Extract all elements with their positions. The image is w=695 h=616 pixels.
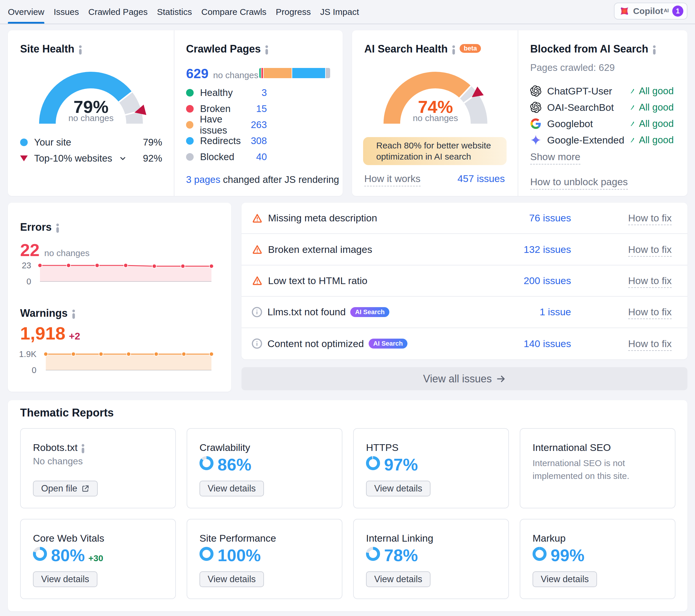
- thematic-reports-card: Thematic Reports Robots.txt No changes O…: [8, 400, 688, 611]
- errors-info-icon[interactable]: [56, 223, 60, 232]
- bot-row-chatgpt-user: ChatGPT-User All good: [530, 85, 674, 98]
- tab-crawled-pages[interactable]: Crawled Pages: [88, 0, 148, 23]
- how-to-fix-link[interactable]: How to fix: [628, 212, 672, 225]
- blocked-info-icon[interactable]: [652, 45, 656, 54]
- report-percent: 86%: [218, 455, 251, 474]
- top10-marker-icon: [20, 155, 28, 161]
- open-file-button[interactable]: Open file: [33, 481, 98, 496]
- tab-statistics[interactable]: Statistics: [157, 0, 192, 23]
- ai-search-health-title: AI Search Health: [364, 43, 448, 55]
- how-to-fix-link[interactable]: How to fix: [628, 275, 672, 288]
- copilot-label: CopilotAI: [633, 6, 669, 16]
- report-international-seo: International SEO International SEO is n…: [520, 428, 676, 508]
- how-to-fix-link[interactable]: How to fix: [628, 338, 672, 351]
- bot-status: All good: [629, 102, 674, 113]
- crawled-row-blocked: Blocked40: [186, 151, 267, 163]
- intl-seo-note: International SEO is not implemented on …: [532, 457, 664, 482]
- issue-row[interactable]: Llms.txt not found AI Search 1 issue How…: [241, 297, 688, 328]
- how-to-fix-link[interactable]: How to fix: [628, 244, 672, 257]
- ai-search-card: AI Search Healthbeta 74% no changes Reac…: [352, 30, 688, 196]
- issue-count-link[interactable]: 132 issues: [524, 244, 571, 255]
- tab-progress[interactable]: Progress: [276, 0, 311, 23]
- unblock-link[interactable]: How to unblock pages: [530, 176, 628, 188]
- report-markup: Markup 99% View details: [520, 519, 676, 599]
- issue-count-link[interactable]: 200 issues: [524, 275, 571, 287]
- allowed-icon: [629, 88, 635, 94]
- https-donut: [366, 456, 380, 470]
- warning-icon: [252, 276, 263, 286]
- bar-segment: [261, 68, 263, 78]
- allowed-icon: [629, 120, 635, 127]
- errors-count: 22: [20, 240, 40, 260]
- top-issues-card: Missing meta description 76 issues How t…: [241, 203, 688, 359]
- legend-top10[interactable]: Top-10% websites 92%: [20, 153, 162, 164]
- allowed-icon: [629, 104, 635, 110]
- issue-row[interactable]: Broken external images 132 issues How to…: [241, 234, 688, 265]
- issue-row[interactable]: Missing meta description 76 issues How t…: [241, 203, 688, 234]
- view-details-button[interactable]: View details: [366, 481, 430, 496]
- how-to-fix-link[interactable]: How to fix: [628, 306, 672, 319]
- ai-health-info-icon[interactable]: [452, 45, 456, 54]
- ai-issues-link[interactable]: 457 issues: [457, 173, 505, 184]
- site-health-title: Site Health: [20, 43, 74, 55]
- svg-text:0: 0: [27, 277, 31, 286]
- how-it-works-link[interactable]: How it works: [364, 173, 421, 184]
- report-percent: 97%: [384, 455, 418, 474]
- issue-row[interactable]: Content not optimized AI Search 140 issu…: [241, 328, 688, 359]
- bot-row-oai-searchbot: OAI-SearchBot All good: [530, 101, 674, 114]
- blocked-ai-title: Blocked from AI Search: [530, 43, 648, 55]
- warnings-info-icon[interactable]: [72, 309, 75, 318]
- openai-icon: [530, 85, 541, 97]
- robots-info-icon[interactable]: [81, 444, 85, 453]
- issue-label: Llms.txt not found: [268, 306, 345, 318]
- report-title: Site Performance: [200, 533, 276, 544]
- view-all-issues-button[interactable]: View all issues: [241, 367, 688, 390]
- crawled-pages-title: Crawled Pages: [186, 43, 261, 55]
- crawled-pages-section: Crawled Pages 629 no changes Healthy3 Br…: [174, 30, 343, 196]
- view-details-button[interactable]: View details: [200, 481, 264, 496]
- beta-badge: beta: [460, 44, 481, 53]
- svg-text:1.9K: 1.9K: [19, 349, 36, 359]
- ai-health-callout: Reach 80% for better website optimizatio…: [363, 137, 507, 165]
- view-details-button[interactable]: View details: [33, 571, 97, 587]
- warnings-delta: +2: [69, 330, 80, 342]
- tab-overview[interactable]: Overview: [8, 0, 44, 23]
- top-navigation: Overview Issues Crawled Pages Statistics…: [0, 0, 695, 24]
- issue-row[interactable]: Low text to HTML ratio 200 issues How to…: [241, 266, 688, 297]
- gemini-icon: [530, 135, 541, 146]
- issue-label: Missing meta description: [268, 212, 377, 224]
- bot-status: All good: [629, 85, 674, 97]
- view-details-button[interactable]: View details: [366, 571, 430, 587]
- crawled-total: 629: [186, 66, 208, 81]
- bar-segment: [264, 68, 292, 78]
- site-health-info-icon[interactable]: [79, 45, 82, 54]
- svg-text:23: 23: [22, 261, 31, 270]
- crawlability-donut: [200, 456, 214, 470]
- performance-donut: [200, 547, 214, 561]
- issue-count-link[interactable]: 1 issue: [540, 306, 571, 318]
- report-crawlability: Crawlability 86% View details: [187, 428, 342, 508]
- legend-your-site: Your site 79%: [20, 137, 162, 148]
- view-details-button[interactable]: View details: [200, 571, 264, 587]
- copilot-icon: [619, 6, 630, 16]
- crawled-pages-info-icon[interactable]: [265, 45, 269, 54]
- copilot-button[interactable]: CopilotAI 1: [614, 3, 688, 19]
- markup-donut: [532, 547, 546, 561]
- your-site-dot: [20, 139, 28, 146]
- tab-js-impact[interactable]: JS Impact: [320, 0, 359, 23]
- issue-count-link[interactable]: 140 issues: [524, 338, 571, 349]
- report-internal-linking: Internal Linking 78% View details: [353, 519, 509, 599]
- crawled-row-broken: Broken15: [186, 102, 267, 115]
- warnings-count: 1,918: [20, 323, 65, 344]
- js-pages-link[interactable]: 3 pages: [186, 174, 220, 185]
- tab-issues[interactable]: Issues: [54, 0, 79, 23]
- report-title: Internal Linking: [366, 533, 434, 544]
- report-title: Crawlability: [200, 442, 250, 453]
- view-details-button[interactable]: View details: [532, 571, 597, 587]
- arrow-right-icon: [496, 374, 506, 383]
- errors-warnings-card: Errors 22 no changes 23 0 Warnings 1,918…: [8, 203, 231, 392]
- tab-compare-crawls[interactable]: Compare Crawls: [201, 0, 266, 23]
- report-percent: 80%: [51, 545, 85, 565]
- show-more-link[interactable]: Show more: [530, 151, 580, 162]
- issue-count-link[interactable]: 76 issues: [529, 212, 571, 224]
